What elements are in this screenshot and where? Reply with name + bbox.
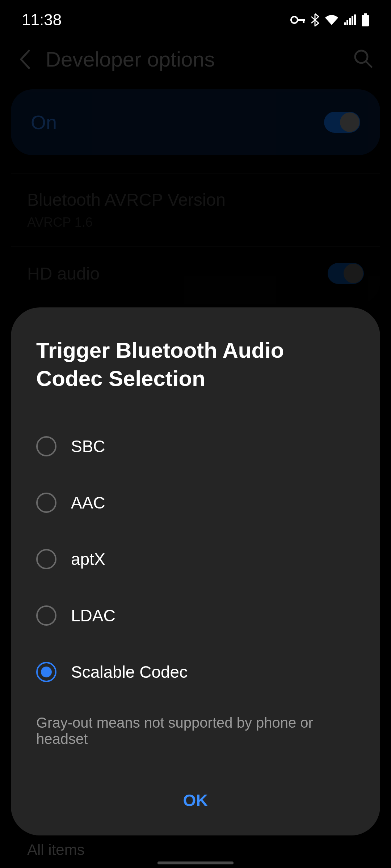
radio-icon (36, 662, 56, 682)
app-bar: Developer options (0, 36, 391, 89)
radio-label: AAC (71, 493, 105, 512)
svg-rect-4 (346, 20, 348, 25)
setting-subtitle: AVRCP 1.6 (27, 215, 364, 230)
setting-title: HD audio (27, 264, 100, 284)
search-button[interactable] (353, 49, 373, 70)
toggle-switch-icon (328, 263, 364, 284)
back-button[interactable] (18, 49, 31, 69)
radio-label: Scalable Codec (71, 662, 188, 682)
svg-rect-2 (303, 19, 304, 23)
svg-rect-9 (362, 15, 369, 26)
dialog-title: Trigger Bluetooth Audio Codec Selection (36, 336, 355, 393)
svg-rect-6 (352, 16, 353, 25)
radio-label: LDAC (71, 606, 115, 625)
wifi-icon (324, 14, 339, 26)
page-title: Developer options (46, 47, 342, 71)
dialog-note: Gray-out means not supported by phone or… (36, 715, 355, 747)
radio-icon (36, 549, 56, 569)
developer-options-master-toggle[interactable]: On (11, 89, 380, 155)
setting-title: Bluetooth AVRCP Version (27, 190, 364, 210)
vpn-key-icon (290, 14, 306, 25)
settings-list: Bluetooth AVRCP Version AVRCP 1.6 HD aud… (11, 170, 380, 304)
radio-option[interactable]: SBC (36, 418, 355, 475)
radio-label: SBC (71, 437, 105, 456)
svg-rect-7 (354, 14, 356, 25)
radio-label: aptX (71, 549, 105, 569)
setting-avrcp-version[interactable]: Bluetooth AVRCP Version AVRCP 1.6 (11, 174, 380, 246)
radio-option[interactable]: AAC (36, 475, 355, 531)
svg-line-11 (366, 61, 371, 67)
signal-icon (344, 14, 356, 25)
radio-group: SBCAACaptXLDACScalable Codec (36, 418, 355, 707)
svg-rect-8 (364, 13, 367, 15)
bluetooth-icon (311, 13, 319, 27)
status-time: 11:38 (22, 11, 62, 29)
status-icons (290, 13, 369, 27)
svg-rect-3 (344, 22, 346, 25)
radio-option[interactable]: Scalable Codec (36, 644, 355, 700)
radio-icon (36, 436, 56, 456)
svg-point-0 (291, 17, 298, 23)
radio-option[interactable]: aptX (36, 531, 355, 587)
battery-icon (361, 13, 369, 26)
nav-bar-indicator (157, 861, 234, 864)
ok-button[interactable]: OK (36, 776, 355, 814)
master-toggle-label: On (31, 111, 57, 133)
setting-hd-audio[interactable]: HD audio (11, 247, 380, 300)
radio-icon (36, 605, 56, 626)
list-item: All items (27, 841, 85, 859)
codec-selection-dialog: Trigger Bluetooth Audio Codec Selection … (11, 307, 380, 835)
radio-option[interactable]: LDAC (36, 587, 355, 644)
radio-icon (36, 493, 56, 513)
svg-rect-5 (349, 18, 351, 25)
status-bar: 11:38 (0, 0, 391, 36)
toggle-switch-icon (324, 112, 360, 133)
